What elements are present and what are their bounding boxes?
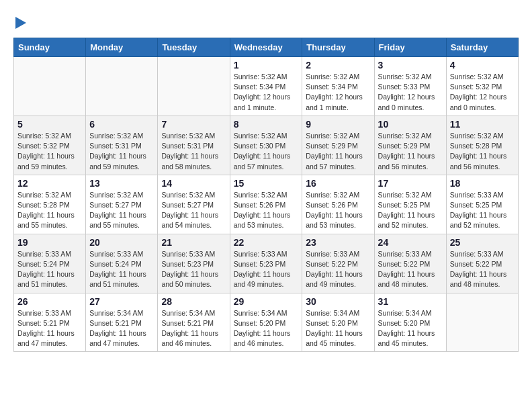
day-number: 3 [378, 60, 443, 71]
day-number: 24 [378, 237, 443, 248]
day-info: Sunrise: 5:32 AM Sunset: 5:34 PM Dayligh… [306, 72, 370, 113]
day-info: Sunrise: 5:32 AM Sunset: 5:26 PM Dayligh… [306, 190, 370, 231]
calendar-week-row: 26Sunrise: 5:33 AM Sunset: 5:21 PM Dayli… [14, 293, 519, 352]
day-number: 17 [378, 178, 443, 189]
day-number: 31 [378, 296, 443, 307]
day-number: 27 [89, 296, 154, 307]
day-number: 13 [89, 178, 154, 189]
day-number: 7 [161, 119, 226, 130]
calendar-cell: 11Sunrise: 5:32 AM Sunset: 5:28 PM Dayli… [446, 116, 518, 175]
calendar-cell: 21Sunrise: 5:33 AM Sunset: 5:23 PM Dayli… [158, 234, 230, 293]
calendar-cell: 29Sunrise: 5:34 AM Sunset: 5:20 PM Dayli… [230, 293, 302, 352]
day-number: 25 [450, 237, 515, 248]
day-number: 26 [17, 296, 82, 307]
calendar-cell: 17Sunrise: 5:32 AM Sunset: 5:25 PM Dayli… [374, 175, 446, 234]
calendar-cell: 28Sunrise: 5:34 AM Sunset: 5:21 PM Dayli… [158, 293, 230, 352]
calendar-table: SundayMondayTuesdayWednesdayThursdayFrid… [13, 38, 519, 352]
day-number: 5 [17, 119, 82, 130]
day-info: Sunrise: 5:32 AM Sunset: 5:28 PM Dayligh… [17, 190, 82, 231]
day-info: Sunrise: 5:34 AM Sunset: 5:20 PM Dayligh… [234, 308, 299, 349]
day-info: Sunrise: 5:33 AM Sunset: 5:22 PM Dayligh… [378, 249, 443, 290]
day-number: 28 [161, 296, 226, 307]
calendar-cell: 10Sunrise: 5:32 AM Sunset: 5:29 PM Dayli… [374, 116, 446, 175]
day-number: 21 [161, 237, 226, 248]
day-info: Sunrise: 5:33 AM Sunset: 5:23 PM Dayligh… [234, 249, 299, 290]
day-info: Sunrise: 5:33 AM Sunset: 5:24 PM Dayligh… [89, 249, 154, 290]
day-info: Sunrise: 5:34 AM Sunset: 5:21 PM Dayligh… [89, 308, 154, 349]
calendar-cell: 9Sunrise: 5:32 AM Sunset: 5:29 PM Daylig… [302, 116, 374, 175]
day-info: Sunrise: 5:32 AM Sunset: 5:29 PM Dayligh… [306, 131, 370, 172]
day-info: Sunrise: 5:34 AM Sunset: 5:20 PM Dayligh… [306, 308, 370, 349]
day-info: Sunrise: 5:32 AM Sunset: 5:32 PM Dayligh… [17, 131, 82, 172]
day-number: 29 [234, 296, 299, 307]
calendar-cell: 16Sunrise: 5:32 AM Sunset: 5:26 PM Dayli… [302, 175, 374, 234]
calendar-cell: 7Sunrise: 5:32 AM Sunset: 5:31 PM Daylig… [158, 116, 230, 175]
day-info: Sunrise: 5:33 AM Sunset: 5:22 PM Dayligh… [306, 249, 370, 290]
calendar-cell: 25Sunrise: 5:33 AM Sunset: 5:22 PM Dayli… [446, 234, 518, 293]
day-info: Sunrise: 5:33 AM Sunset: 5:23 PM Dayligh… [161, 249, 226, 290]
day-number: 20 [89, 237, 154, 248]
weekday-header-thursday: Thursday [302, 38, 374, 57]
calendar-cell: 3Sunrise: 5:32 AM Sunset: 5:33 PM Daylig… [374, 57, 446, 116]
day-info: Sunrise: 5:32 AM Sunset: 5:31 PM Dayligh… [161, 131, 226, 172]
weekday-header-friday: Friday [374, 38, 446, 57]
calendar-cell [14, 57, 86, 116]
calendar-cell: 18Sunrise: 5:33 AM Sunset: 5:25 PM Dayli… [446, 175, 518, 234]
day-number: 2 [306, 60, 370, 71]
calendar-cell: 13Sunrise: 5:32 AM Sunset: 5:27 PM Dayli… [86, 175, 158, 234]
day-info: Sunrise: 5:33 AM Sunset: 5:22 PM Dayligh… [450, 249, 515, 290]
day-number: 1 [234, 60, 299, 71]
calendar-cell: 27Sunrise: 5:34 AM Sunset: 5:21 PM Dayli… [86, 293, 158, 352]
day-number: 14 [161, 178, 226, 189]
day-info: Sunrise: 5:32 AM Sunset: 5:33 PM Dayligh… [378, 72, 443, 113]
day-info: Sunrise: 5:32 AM Sunset: 5:29 PM Dayligh… [378, 131, 443, 172]
calendar-cell [86, 57, 158, 116]
logo [13, 13, 26, 31]
day-info: Sunrise: 5:34 AM Sunset: 5:21 PM Dayligh… [161, 308, 226, 349]
day-number: 19 [17, 237, 82, 248]
day-info: Sunrise: 5:33 AM Sunset: 5:21 PM Dayligh… [17, 308, 82, 349]
day-number: 10 [378, 119, 443, 130]
day-number: 6 [89, 119, 154, 130]
calendar-cell: 14Sunrise: 5:32 AM Sunset: 5:27 PM Dayli… [158, 175, 230, 234]
calendar-cell: 4Sunrise: 5:32 AM Sunset: 5:32 PM Daylig… [446, 57, 518, 116]
day-info: Sunrise: 5:32 AM Sunset: 5:28 PM Dayligh… [450, 131, 515, 172]
day-number: 18 [450, 178, 515, 189]
calendar-cell: 5Sunrise: 5:32 AM Sunset: 5:32 PM Daylig… [14, 116, 86, 175]
day-info: Sunrise: 5:32 AM Sunset: 5:31 PM Dayligh… [89, 131, 154, 172]
weekday-header-saturday: Saturday [446, 38, 518, 57]
day-number: 30 [306, 296, 370, 307]
calendar-cell: 15Sunrise: 5:32 AM Sunset: 5:26 PM Dayli… [230, 175, 302, 234]
day-info: Sunrise: 5:32 AM Sunset: 5:32 PM Dayligh… [450, 72, 515, 113]
day-number: 4 [450, 60, 515, 71]
weekday-header-tuesday: Tuesday [158, 38, 230, 57]
calendar-cell [446, 293, 518, 352]
day-number: 22 [234, 237, 299, 248]
calendar-cell: 24Sunrise: 5:33 AM Sunset: 5:22 PM Dayli… [374, 234, 446, 293]
page-header [13, 13, 519, 31]
day-number: 11 [450, 119, 515, 130]
day-number: 16 [306, 178, 370, 189]
calendar-cell: 2Sunrise: 5:32 AM Sunset: 5:34 PM Daylig… [302, 57, 374, 116]
day-info: Sunrise: 5:32 AM Sunset: 5:26 PM Dayligh… [234, 190, 299, 231]
day-info: Sunrise: 5:32 AM Sunset: 5:27 PM Dayligh… [89, 190, 154, 231]
weekday-header-wednesday: Wednesday [230, 38, 302, 57]
weekday-header-monday: Monday [86, 38, 158, 57]
day-info: Sunrise: 5:33 AM Sunset: 5:24 PM Dayligh… [17, 249, 82, 290]
day-number: 8 [234, 119, 299, 130]
day-number: 12 [17, 178, 82, 189]
day-info: Sunrise: 5:32 AM Sunset: 5:30 PM Dayligh… [234, 131, 299, 172]
day-number: 23 [306, 237, 370, 248]
calendar-week-row: 19Sunrise: 5:33 AM Sunset: 5:24 PM Dayli… [14, 234, 519, 293]
day-number: 15 [234, 178, 299, 189]
calendar-cell: 1Sunrise: 5:32 AM Sunset: 5:34 PM Daylig… [230, 57, 302, 116]
logo-arrow-icon [15, 17, 26, 29]
day-info: Sunrise: 5:32 AM Sunset: 5:25 PM Dayligh… [378, 190, 443, 231]
calendar-cell [158, 57, 230, 116]
calendar-cell: 19Sunrise: 5:33 AM Sunset: 5:24 PM Dayli… [14, 234, 86, 293]
weekday-header-sunday: Sunday [14, 38, 86, 57]
day-number: 9 [306, 119, 370, 130]
calendar-header-row: SundayMondayTuesdayWednesdayThursdayFrid… [14, 38, 519, 57]
calendar-cell: 30Sunrise: 5:34 AM Sunset: 5:20 PM Dayli… [302, 293, 374, 352]
calendar-week-row: 1Sunrise: 5:32 AM Sunset: 5:34 PM Daylig… [14, 57, 519, 116]
